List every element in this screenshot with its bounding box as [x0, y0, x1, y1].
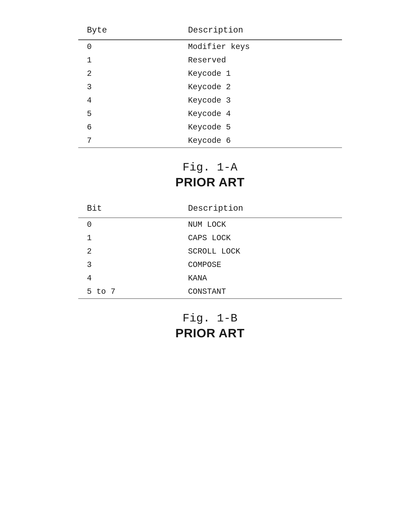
table-row: 7 Keycode 6: [78, 134, 342, 148]
bit-1: 1: [78, 231, 171, 245]
fig1a-header-row: Byte Description: [78, 22, 342, 40]
table-row: 2 Keycode 1: [78, 67, 342, 81]
fig1b-caption: Fig. 1-B PRIOR ART: [78, 312, 342, 340]
fig1a-col-byte: Byte: [78, 22, 171, 40]
table-row: 0 Modifier keys: [78, 40, 342, 54]
desc-num-lock: NUM LOCK: [171, 218, 342, 231]
fig1b-header-row: Bit Description: [78, 200, 342, 218]
desc-keycode5: Keycode 5: [171, 121, 342, 134]
table-row: 5 to 7 CONSTANT: [78, 285, 342, 299]
page-container: Byte Description 0 Modifier keys 1 Reser…: [78, 13, 342, 340]
table-row: 3 Keycode 2: [78, 81, 342, 94]
byte-0: 0: [78, 40, 171, 54]
fig1a-section: Byte Description 0 Modifier keys 1 Reser…: [78, 22, 342, 148]
desc-keycode2: Keycode 2: [171, 81, 342, 94]
fig1b-prior-art: PRIOR ART: [78, 326, 342, 340]
bit-0: 0: [78, 218, 171, 231]
table-row: 6 Keycode 5: [78, 121, 342, 134]
byte-2: 2: [78, 67, 171, 81]
table-row: 2 SCROLL LOCK: [78, 245, 342, 258]
fig1b-tbody: 0 NUM LOCK 1 CAPS LOCK 2 SCROLL LOCK 3 C…: [78, 218, 342, 299]
byte-1: 1: [78, 54, 171, 67]
table-row: 0 NUM LOCK: [78, 218, 342, 231]
fig1a-table: Byte Description 0 Modifier keys 1 Reser…: [78, 22, 342, 148]
desc-keycode6: Keycode 6: [171, 134, 342, 148]
fig1a-caption: Fig. 1-A PRIOR ART: [78, 161, 342, 189]
desc-modifier-keys: Modifier keys: [171, 40, 342, 54]
byte-3: 3: [78, 81, 171, 94]
table-row: 5 Keycode 4: [78, 107, 342, 121]
desc-caps-lock: CAPS LOCK: [171, 231, 342, 245]
desc-kana: KANA: [171, 272, 342, 285]
desc-scroll-lock: SCROLL LOCK: [171, 245, 342, 258]
desc-keycode4: Keycode 4: [171, 107, 342, 121]
table-row: 4 Keycode 3: [78, 94, 342, 107]
table-row: 3 COMPOSE: [78, 258, 342, 272]
desc-keycode3: Keycode 3: [171, 94, 342, 107]
desc-constant: CONSTANT: [171, 285, 342, 299]
fig1b-table: Bit Description 0 NUM LOCK 1 CAPS LOCK 2: [78, 200, 342, 299]
bit-2: 2: [78, 245, 171, 258]
byte-4: 4: [78, 94, 171, 107]
fig1b-section: Bit Description 0 NUM LOCK 1 CAPS LOCK 2: [78, 200, 342, 299]
fig1a-col-description: Description: [171, 22, 342, 40]
desc-compose: COMPOSE: [171, 258, 342, 272]
fig1a-fig-line: Fig. 1-A: [78, 161, 342, 174]
desc-keycode1: Keycode 1: [171, 67, 342, 81]
table-row: 1 CAPS LOCK: [78, 231, 342, 245]
bit-4: 4: [78, 272, 171, 285]
bit-3: 3: [78, 258, 171, 272]
byte-7: 7: [78, 134, 171, 148]
byte-5: 5: [78, 107, 171, 121]
fig1b-col-bit: Bit: [78, 200, 171, 218]
fig1b-fig-line: Fig. 1-B: [78, 312, 342, 325]
table-row: 4 KANA: [78, 272, 342, 285]
table-row: 1 Reserved: [78, 54, 342, 67]
bit-5to7: 5 to 7: [78, 285, 171, 299]
fig1a-prior-art: PRIOR ART: [78, 175, 342, 189]
fig1a-tbody: 0 Modifier keys 1 Reserved 2 Keycode 1 3…: [78, 40, 342, 148]
fig1b-col-description: Description: [171, 200, 342, 218]
byte-6: 6: [78, 121, 171, 134]
desc-reserved: Reserved: [171, 54, 342, 67]
